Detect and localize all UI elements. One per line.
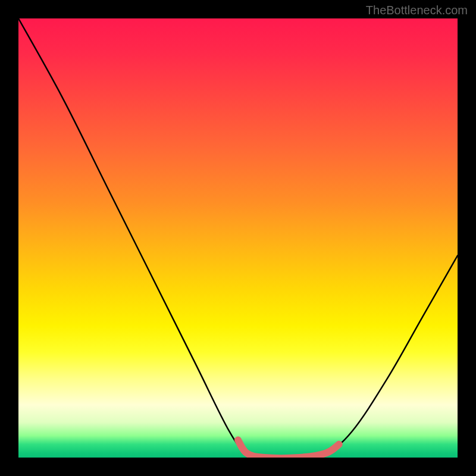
chart-plot-area: [18, 18, 458, 458]
bottleneck-curve: [18, 18, 458, 458]
watermark-text: TheBottleneck.com: [366, 4, 468, 17]
chart-overlay: [18, 18, 458, 458]
optimal-range-highlight: [238, 440, 339, 458]
